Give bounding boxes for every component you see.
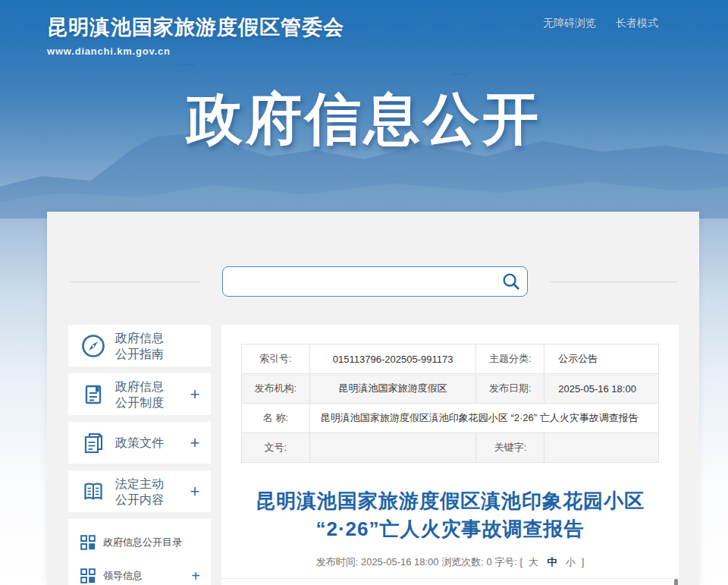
section-divider (221, 578, 679, 579)
index-value: 015113796-202505-991173 (309, 344, 476, 374)
site-title[interactable]: 昆明滇池国家旅游度假区管委会 (47, 14, 344, 41)
sidebar-item-statutory-disclosure[interactable]: 法定主动公开内容 + (68, 470, 211, 512)
content-card: 政府信息公开指南 政府信息公开制度 + (47, 212, 699, 585)
sidebar-subsection: 政府信息公开目录 领导信息 + (68, 519, 211, 585)
right-divider (550, 281, 677, 282)
table-row: 文号: 关键字: (242, 433, 659, 463)
table-row: 发布机构: 昆明滇池国家旅游度假区 发布日期: 2025-05-16 18:00 (242, 374, 659, 404)
topic-value: 公示公告 (544, 344, 659, 374)
site-url: www.dianchi.km.gov.cn (47, 46, 344, 57)
date-label: 发布日期: (476, 374, 544, 404)
table-row: 名 称: 昆明滇池国家旅游度假区滇池印象花园小区 “2·26” 亡人火灾事故调查… (242, 404, 659, 433)
bird-icon (177, 61, 196, 68)
left-divider (70, 281, 200, 282)
sidebar-item-policy-files[interactable]: 政策文件 + (68, 422, 211, 464)
article-title-line1: 昆明滇池国家旅游度假区滇池印象花园小区 (221, 487, 679, 515)
fontsize-label: 字号: (494, 556, 517, 568)
search-button[interactable] (495, 267, 527, 296)
publish-info: 发布时间: 2025-05-16 18:00 浏览次数: 0 字号: [ 大 中… (221, 555, 679, 569)
sidebar-item-disclosure-catalog[interactable]: 政府信息公开目录 (80, 530, 202, 555)
search-row (47, 266, 699, 297)
utility-links: 无障碍浏览 长者模式 (543, 17, 658, 30)
open-book-icon (79, 477, 108, 506)
views-count: 0 (486, 556, 491, 568)
documents-icon (79, 429, 108, 458)
table-row: 索引号: 015113796-202505-991173 主题分类: 公示公告 (242, 344, 659, 374)
views-label: 浏览次数: (441, 556, 484, 568)
date-value: 2025-05-16 18:00 (544, 374, 659, 404)
docnum-label: 文号: (242, 433, 310, 463)
fontsize-medium-button[interactable]: 中 (544, 556, 560, 568)
sidebar-item-label: 法定主动公开内容 (115, 476, 188, 508)
grid-icon (80, 568, 96, 583)
bracket: [ (520, 556, 523, 568)
docnum-value (309, 433, 476, 463)
document-meta-table: 索引号: 015113796-202505-991173 主题分类: 公示公告 … (241, 344, 659, 463)
search-box (222, 266, 528, 297)
sidebar-item-label: 政府信息公开制度 (115, 379, 188, 410)
compass-icon (79, 332, 108, 360)
site-header: 昆明滇池国家旅游度假区管委会 www.dianchi.km.gov.cn (47, 14, 344, 57)
name-label: 名 称: (242, 404, 310, 433)
keyword-label: 关键字: (476, 433, 544, 463)
search-icon (501, 272, 521, 291)
sidebar-item-label: 政府信息公开目录 (103, 536, 190, 549)
org-label: 发布机构: (242, 374, 310, 404)
publish-time: 2025-05-16 18:00 (361, 556, 439, 568)
sidebar-item-disclosure-guide[interactable]: 政府信息公开指南 (68, 325, 211, 366)
sidebar: 政府信息公开指南 政府信息公开制度 + (68, 325, 211, 585)
fontsize-large-button[interactable]: 大 (526, 556, 541, 568)
search-input[interactable] (223, 267, 495, 296)
fontsize-small-button[interactable]: 小 (563, 556, 579, 568)
sidebar-item-label: 政府信息公开指南 (115, 330, 188, 362)
grid-icon (80, 535, 96, 550)
sidebar-item-label: 政策文件 (115, 435, 188, 451)
name-value: 昆明滇池国家旅游度假区滇池印象花园小区 “2·26” 亡人火灾事故调查报告 (309, 404, 658, 433)
sidebar-item-leader-info[interactable]: 领导信息 + (80, 563, 202, 585)
page-title: 政府信息公开 (0, 82, 728, 158)
inner-scrollbar-thumb[interactable] (674, 579, 678, 585)
article-title: 昆明滇池国家旅游度假区滇池印象花园小区 “2·26”亡人火灾事故调查报告 (221, 487, 679, 543)
sidebar-item-disclosure-system[interactable]: 政府信息公开制度 + (68, 373, 211, 415)
article-title-line2: “2·26”亡人火灾事故调查报告 (221, 515, 679, 543)
index-label: 索引号: (242, 344, 310, 374)
bird-icon (450, 71, 467, 78)
sidebar-item-label: 领导信息 (103, 569, 190, 583)
topic-label: 主题分类: (476, 344, 544, 374)
expand-plus-icon[interactable]: + (188, 385, 202, 404)
expand-plus-icon[interactable]: + (190, 568, 202, 585)
org-value: 昆明滇池国家旅游度假区 (309, 374, 476, 404)
expand-plus-icon[interactable]: + (188, 433, 202, 453)
accessibility-link[interactable]: 无障碍浏览 (543, 17, 596, 30)
bracket: ] (582, 556, 585, 568)
publish-time-label: 发布时间: (316, 556, 359, 568)
elder-mode-link[interactable]: 长者模式 (616, 17, 658, 30)
document-icon (79, 380, 108, 409)
expand-plus-icon[interactable]: + (188, 482, 202, 502)
article-panel: 索引号: 015113796-202505-991173 主题分类: 公示公告 … (221, 325, 679, 585)
keyword-value (544, 433, 659, 463)
